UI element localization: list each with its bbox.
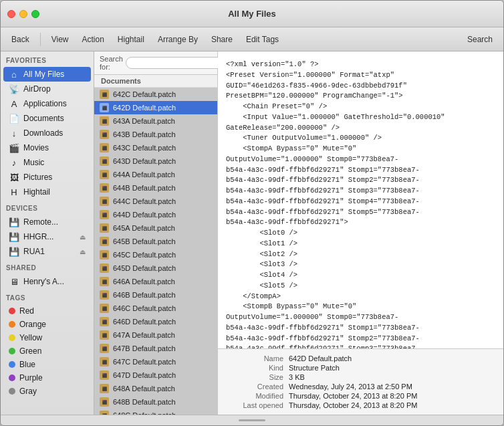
file-name: 647B Default.patch bbox=[113, 344, 176, 352]
edit-tags-button[interactable]: Edit Tags bbox=[241, 33, 284, 45]
sidebar-icon-airdrop: 📡 bbox=[9, 84, 19, 94]
eject-icon-hhgr[interactable]: ⏏ bbox=[80, 233, 86, 241]
sidebar-label-documents: Documents bbox=[23, 114, 64, 123]
file-item[interactable]: ⬛642D Default.patch bbox=[94, 101, 217, 114]
sidebar-item-pictures[interactable]: 🖼Pictures bbox=[3, 170, 91, 185]
file-name: 646A Default.patch bbox=[113, 278, 175, 286]
tag-dot-orange bbox=[9, 321, 15, 328]
file-name: 646D Default.patch bbox=[113, 318, 176, 326]
close-button[interactable] bbox=[7, 10, 15, 18]
tag-dot-green bbox=[9, 348, 15, 354]
share-button[interactable]: Share bbox=[206, 33, 238, 45]
shared-header: SHARED bbox=[1, 259, 94, 274]
file-item[interactable]: ⬛647A Default.patch bbox=[94, 328, 217, 342]
file-name: 645B Default.patch bbox=[113, 237, 176, 245]
content-pane: <?xml version="1.0" ?> <Preset Version="… bbox=[218, 51, 503, 415]
sidebar-favorites: ⌂All My Files📡AirDropAApplications📄Docum… bbox=[1, 67, 94, 199]
tag-dot-purple bbox=[9, 375, 15, 381]
minimize-button[interactable] bbox=[19, 10, 27, 18]
sidebar-item-movies[interactable]: 🎬Movies bbox=[3, 140, 91, 155]
sidebar-item-hightail[interactable]: HHightail bbox=[3, 185, 91, 199]
file-item[interactable]: ⬛647C Default.patch bbox=[94, 355, 217, 368]
file-item[interactable]: ⬛643A Default.patch bbox=[94, 114, 217, 128]
sidebar-item-music[interactable]: ♪Music bbox=[3, 155, 91, 170]
search-button[interactable]: Search bbox=[462, 33, 498, 45]
file-item[interactable]: ⬛644C Default.patch bbox=[94, 195, 217, 208]
sidebar-item-remote[interactable]: 💾Remote... bbox=[3, 215, 91, 229]
sidebar-item-tag-red[interactable]: Red bbox=[3, 304, 91, 318]
sidebar-item-rua1[interactable]: 💾RUA1⏏ bbox=[3, 244, 91, 259]
kind-value: Structure Patch bbox=[289, 364, 493, 372]
eject-icon-rua1[interactable]: ⏏ bbox=[80, 248, 86, 255]
sidebar-item-henrys[interactable]: 🖥Henry's A... bbox=[3, 274, 91, 289]
back-button[interactable]: Back bbox=[6, 33, 35, 45]
hightail-button[interactable]: Hightail bbox=[112, 33, 150, 45]
file-item[interactable]: ⬛642C Default.patch bbox=[94, 88, 217, 101]
sidebar-label-hightail: Hightail bbox=[23, 187, 50, 197]
sidebar-item-applications[interactable]: AApplications bbox=[3, 96, 91, 111]
file-item[interactable]: ⬛644D Default.patch bbox=[94, 208, 217, 221]
sidebar-item-tag-orange[interactable]: Orange bbox=[3, 318, 91, 331]
file-item[interactable]: ⬛646C Default.patch bbox=[94, 302, 217, 315]
sidebar-icon-all-my-files: ⌂ bbox=[9, 69, 19, 80]
tag-label-green: Green bbox=[19, 346, 41, 356]
arrange-by-button[interactable]: Arrange By bbox=[152, 33, 203, 45]
sidebar-item-hhgr[interactable]: 💾HHGR...⏏ bbox=[3, 229, 91, 244]
file-item[interactable]: ⬛643B Default.patch bbox=[94, 128, 217, 141]
search-label: Search for: bbox=[100, 55, 123, 71]
sidebar: FAVORITES ⌂All My Files📡AirDropAApplicat… bbox=[1, 51, 94, 415]
window-title: All My Files bbox=[228, 9, 276, 19]
file-name: 646B Default.patch bbox=[113, 291, 176, 299]
sidebar-item-tag-gray[interactable]: Gray bbox=[3, 385, 91, 398]
sidebar-icon-downloads: ↓ bbox=[9, 128, 19, 138]
view-button[interactable]: View bbox=[46, 33, 74, 45]
sidebar-item-documents[interactable]: 📄Documents bbox=[3, 111, 91, 126]
bottom-bar bbox=[1, 415, 503, 425]
sidebar-icon-music: ♪ bbox=[9, 157, 19, 168]
file-item[interactable]: ⬛646A Default.patch bbox=[94, 275, 217, 288]
sidebar-devices: 💾Remote...💾HHGR...⏏💾RUA1⏏ bbox=[1, 215, 94, 259]
tag-label-yellow: Yellow bbox=[19, 333, 42, 342]
toolbar-separator-1 bbox=[40, 33, 41, 46]
file-item[interactable]: ⬛648C Default.patch bbox=[94, 409, 217, 415]
sidebar-item-tag-purple[interactable]: Purple bbox=[3, 371, 91, 385]
file-item[interactable]: ⬛643D Default.patch bbox=[94, 154, 217, 168]
maximize-button[interactable] bbox=[31, 10, 39, 18]
patch-file-icon: ⬛ bbox=[100, 304, 109, 313]
file-item[interactable]: ⬛646D Default.patch bbox=[94, 315, 217, 328]
file-item[interactable]: ⬛648B Default.patch bbox=[94, 395, 217, 409]
sidebar-icon-remote: 💾 bbox=[9, 217, 19, 227]
xml-content[interactable]: <?xml version="1.0" ?> <Preset Version="… bbox=[218, 51, 503, 348]
file-item[interactable]: ⬛646B Default.patch bbox=[94, 288, 217, 302]
file-item[interactable]: ⬛643C Default.patch bbox=[94, 141, 217, 154]
patch-file-icon: ⬛ bbox=[100, 103, 109, 112]
sidebar-item-all-my-files[interactable]: ⌂All My Files bbox=[3, 67, 91, 82]
sidebar-label-henrys: Henry's A... bbox=[23, 277, 64, 286]
file-item[interactable]: ⬛645C Default.patch bbox=[94, 248, 217, 261]
sidebar-item-airdrop[interactable]: 📡AirDrop bbox=[3, 82, 91, 96]
name-label: Name bbox=[229, 354, 289, 362]
patch-file-icon: ⬛ bbox=[100, 330, 109, 340]
search-input[interactable] bbox=[126, 57, 230, 69]
file-item[interactable]: ⬛644A Default.patch bbox=[94, 168, 217, 181]
file-item[interactable]: ⬛645D Default.patch bbox=[94, 261, 217, 275]
sidebar-item-downloads[interactable]: ↓Downloads bbox=[3, 126, 91, 140]
sidebar-item-tag-green[interactable]: Green bbox=[3, 344, 91, 358]
tag-label-purple: Purple bbox=[19, 373, 43, 383]
file-name: 647D Default.patch bbox=[113, 371, 176, 379]
sidebar-item-tag-blue[interactable]: Blue bbox=[3, 358, 91, 371]
action-button[interactable]: Action bbox=[76, 33, 109, 45]
created-value: Wednesday, July 24, 2013 at 2:50 PM bbox=[289, 383, 493, 391]
file-item[interactable]: ⬛645B Default.patch bbox=[94, 235, 217, 248]
tag-dot-red bbox=[9, 308, 15, 314]
file-item[interactable]: ⬛648A Default.patch bbox=[94, 382, 217, 395]
file-item[interactable]: ⬛647D Default.patch bbox=[94, 368, 217, 382]
file-name: 643D Default.patch bbox=[113, 157, 176, 165]
sidebar-item-tag-yellow[interactable]: Yellow bbox=[3, 331, 91, 344]
file-item[interactable]: ⬛647B Default.patch bbox=[94, 342, 217, 355]
name-value: 642D Default.patch bbox=[289, 354, 493, 362]
modified-label: Modified bbox=[229, 392, 289, 400]
file-item[interactable]: ⬛644B Default.patch bbox=[94, 181, 217, 195]
sidebar-label-remote: Remote... bbox=[23, 217, 86, 227]
file-item[interactable]: ⬛645A Default.patch bbox=[94, 221, 217, 235]
